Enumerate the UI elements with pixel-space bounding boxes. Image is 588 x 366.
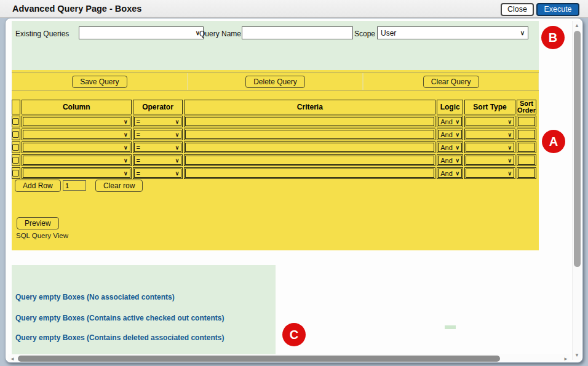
chevron-down-icon: ∨ <box>456 132 460 138</box>
criteria-row: ∨ =∨ And∨ ∨ <box>12 167 536 179</box>
operator-select[interactable]: =∨ <box>134 117 182 126</box>
logic-select[interactable]: And∨ <box>438 169 462 178</box>
chevron-down-icon: ∨ <box>520 30 525 36</box>
scroll-down-icon[interactable]: ▼ <box>573 352 581 358</box>
sort-type-select[interactable]: ∨ <box>466 169 514 178</box>
close-button[interactable]: Close <box>501 3 534 16</box>
scope-select[interactable]: User ∨ <box>377 26 528 39</box>
horizontal-scrollbar-thumb[interactable] <box>18 356 500 362</box>
criteria-row: ∨ =∨ And∨ ∨ <box>12 141 536 153</box>
criteria-table-header: Column Operator Criteria Logic Sort Type… <box>12 100 536 114</box>
sort-order-input[interactable] <box>518 156 535 165</box>
criteria-row: ∨ =∨ And∨ ∨ <box>12 129 536 140</box>
scroll-left-icon[interactable]: ◄ <box>10 356 15 362</box>
criteria-input[interactable] <box>185 169 434 178</box>
column-select[interactable]: ∨ <box>23 156 130 165</box>
quick-link-no-associated-contents[interactable]: Query empty Boxes (No associated content… <box>15 293 175 301</box>
green-artifact <box>445 325 456 329</box>
criteria-input[interactable] <box>185 130 434 139</box>
scroll-up-icon[interactable]: ▲ <box>573 23 581 28</box>
criteria-table: Column Operator Criteria Logic Sort Type… <box>10 98 538 180</box>
quick-link-active-checked-out-contents[interactable]: Query empty Boxes (Contains active check… <box>15 314 224 322</box>
vertical-scrollbar[interactable]: ▲ ▼ <box>572 21 581 360</box>
criteria-input[interactable] <box>185 117 434 126</box>
chevron-down-icon: ∨ <box>175 157 180 164</box>
logic-select[interactable]: And∨ <box>438 143 462 152</box>
clear-query-button[interactable]: Clear Query <box>423 76 479 88</box>
chevron-down-icon: ∨ <box>507 157 512 164</box>
sort-type-select[interactable]: ∨ <box>466 143 514 152</box>
chevron-down-icon: ∨ <box>175 132 180 138</box>
title-bar: Advanced Query Page - Boxes Close Execut… <box>0 0 588 18</box>
row-select-checkbox[interactable] <box>12 131 19 138</box>
sort-order-input[interactable] <box>518 169 535 178</box>
scope-value: User <box>381 29 396 38</box>
chevron-down-icon: ∨ <box>124 132 128 138</box>
vertical-scrollbar-thumb[interactable] <box>574 31 581 267</box>
quick-links-section: Query empty Boxes (No associated content… <box>12 265 276 355</box>
chevron-down-icon: ∨ <box>175 170 180 177</box>
sort-order-input[interactable] <box>518 130 535 139</box>
row-count-input[interactable] <box>63 180 86 191</box>
scroll-right-icon[interactable]: ► <box>563 356 568 362</box>
sort-order-input[interactable] <box>518 143 535 152</box>
row-select-checkbox[interactable] <box>12 144 19 151</box>
sql-query-view-label: SQL Query View <box>16 232 68 239</box>
row-select-checkbox[interactable] <box>12 157 19 164</box>
sort-type-select[interactable]: ∨ <box>466 130 514 139</box>
column-select[interactable]: ∨ <box>23 169 130 178</box>
annotation-b: B <box>541 26 565 49</box>
scope-label: Scope <box>354 30 375 38</box>
chevron-down-icon: ∨ <box>175 145 180 151</box>
column-select[interactable]: ∨ <box>23 143 130 152</box>
chevron-down-icon: ∨ <box>456 170 460 177</box>
quick-link-deleted-associated-contents[interactable]: Query empty Boxes (Contains deleted asso… <box>15 333 224 342</box>
chevron-down-icon: ∨ <box>124 145 128 151</box>
dialog-panel: Existing Queries ∨ Query Name Scope User… <box>5 18 583 363</box>
operator-select[interactable]: =∨ <box>134 156 182 165</box>
column-header: Column <box>22 100 132 114</box>
chevron-down-icon: ∨ <box>507 132 512 138</box>
criteria-row: ∨ =∨ And∨ ∨ <box>12 154 536 166</box>
chevron-down-icon: ∨ <box>507 145 512 151</box>
logic-select[interactable]: And∨ <box>438 130 462 139</box>
save-query-button[interactable]: Save Query <box>72 76 127 88</box>
chevron-down-icon: ∨ <box>456 145 460 151</box>
chevron-down-icon: ∨ <box>124 119 128 125</box>
chevron-down-icon: ∨ <box>124 170 128 177</box>
row-select-checkbox[interactable] <box>12 170 19 177</box>
row-select-checkbox[interactable] <box>12 118 19 125</box>
operator-select[interactable]: =∨ <box>134 130 182 139</box>
criteria-header: Criteria <box>184 100 435 114</box>
operator-select[interactable]: =∨ <box>134 143 182 152</box>
logic-select[interactable]: And∨ <box>438 156 462 165</box>
preview-button[interactable]: Preview <box>17 217 59 229</box>
chevron-down-icon: ∨ <box>124 157 128 164</box>
horizontal-scrollbar[interactable]: ◄ ► <box>8 354 570 363</box>
query-name-input[interactable] <box>242 26 353 39</box>
query-builder-section: Save Query Delete Query Clear Query Colu… <box>12 70 539 250</box>
add-row-button[interactable]: Add Row <box>15 180 61 192</box>
criteria-input[interactable] <box>185 143 434 152</box>
existing-queries-select[interactable]: ∨ <box>79 26 204 39</box>
operator-select[interactable]: =∨ <box>134 169 182 178</box>
column-select[interactable]: ∨ <box>23 117 130 126</box>
sort-type-select[interactable]: ∨ <box>466 117 514 126</box>
column-select[interactable]: ∨ <box>23 130 130 139</box>
page-title: Advanced Query Page - Boxes <box>12 4 141 14</box>
logic-select[interactable]: And∨ <box>438 117 462 126</box>
advanced-query-page: Advanced Query Page - Boxes Close Execut… <box>0 0 588 366</box>
sort-type-select[interactable]: ∨ <box>466 156 514 165</box>
sort-order-header: Sort Order <box>517 100 536 114</box>
sort-type-header: Sort Type <box>464 100 515 114</box>
clear-row-button[interactable]: Clear row <box>95 180 143 192</box>
execute-button[interactable]: Execute <box>536 3 579 16</box>
criteria-input[interactable] <box>185 156 434 165</box>
sort-order-input[interactable] <box>518 117 535 126</box>
logic-header: Logic <box>437 100 463 114</box>
annotation-c: C <box>282 323 306 346</box>
chevron-down-icon: ∨ <box>456 119 460 125</box>
delete-query-button[interactable]: Delete Query <box>245 76 305 88</box>
query-actions-bar: Save Query Delete Query Clear Query <box>12 73 539 90</box>
criteria-row: ∨ =∨ And∨ ∨ <box>12 116 536 127</box>
